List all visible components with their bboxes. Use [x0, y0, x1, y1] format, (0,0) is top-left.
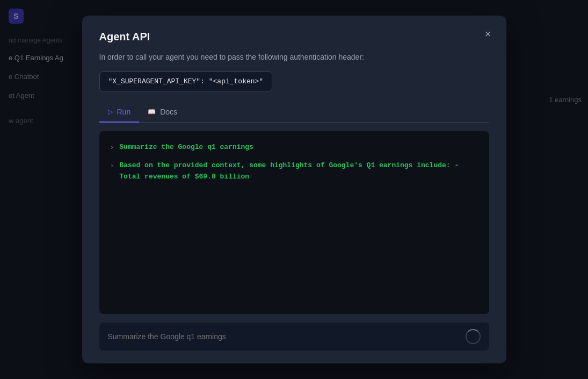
chevron-right-icon-1: ›: [110, 142, 114, 154]
modal-description: In order to call your agent you need to …: [99, 52, 489, 63]
modal-overlay: × Agent API In order to call your agent …: [0, 0, 588, 379]
terminal-output: › Summarize the Google q1 earnings › Bas…: [99, 131, 489, 314]
tab-docs[interactable]: 📖 Docs: [139, 102, 186, 123]
loading-spinner: [466, 329, 481, 344]
tab-run-label: Run: [117, 108, 131, 116]
modal-title: Agent API: [99, 31, 489, 43]
auth-code-block: "X_SUPERAGENT_API_KEY": "<api_token>": [99, 71, 273, 91]
docs-icon: 📖: [148, 108, 156, 116]
tab-docs-label: Docs: [160, 108, 177, 116]
run-icon: ▷: [108, 108, 113, 116]
query-input[interactable]: [108, 332, 459, 341]
close-button[interactable]: ×: [481, 26, 496, 41]
terminal-line-response: › Based on the provided context, some hi…: [110, 160, 478, 183]
terminal-query-text: Summarize the Google q1 earnings: [119, 142, 253, 153]
terminal-response-text: Based on the provided context, some high…: [119, 160, 478, 183]
terminal-line-query: › Summarize the Google q1 earnings: [110, 142, 478, 154]
agent-api-modal: × Agent API In order to call your agent …: [82, 16, 506, 363]
input-area: [99, 323, 489, 351]
tab-run[interactable]: ▷ Run: [99, 102, 140, 123]
tabs-container: ▷ Run 📖 Docs: [99, 102, 489, 123]
chevron-right-icon-2: ›: [110, 161, 114, 172]
